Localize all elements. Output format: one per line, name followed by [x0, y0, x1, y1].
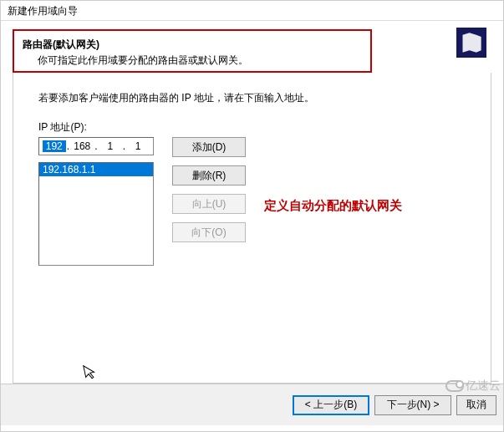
move-up-button[interactable]: 向上(U) — [172, 194, 246, 214]
button-stack: 添加(D) 删除(R) 向上(U) 向下(O) — [172, 137, 246, 242]
wizard-footer: < 上一步(B) 下一步(N) > 取消 — [1, 384, 503, 425]
header-box: 路由器(默认网关) 你可指定此作用域要分配的路由器或默认网关。 — [13, 29, 372, 73]
content-area: 路由器(默认网关) 你可指定此作用域要分配的路由器或默认网关。 若要添加客户端使… — [1, 29, 503, 384]
watermark-text: 亿速云 — [466, 379, 501, 394]
next-button[interactable]: 下一步(N) > — [374, 395, 451, 415]
header-subtitle: 你可指定此作用域要分配的路由器或默认网关。 — [23, 53, 362, 68]
annotation-text: 定义自动分配的默认网关 — [264, 198, 402, 214]
ip-label: IP 地址(P): — [38, 120, 471, 135]
title-bar: 新建作用域向导 — [1, 1, 503, 21]
ip-octet-4[interactable]: 1 — [126, 140, 150, 152]
ip-octet-2[interactable]: 168 — [70, 140, 94, 152]
list-item[interactable]: 192.168.1.1 — [39, 163, 153, 176]
cursor-icon — [83, 363, 100, 386]
back-button[interactable]: < 上一步(B) — [293, 395, 369, 415]
cancel-button[interactable]: 取消 — [456, 395, 496, 415]
move-down-button[interactable]: 向下(O) — [172, 222, 246, 242]
instruction-text: 若要添加客户端使用的路由器的 IP 地址，请在下面输入地址。 — [38, 91, 471, 105]
header-title: 路由器(默认网关) — [23, 38, 362, 52]
ip-octet-3[interactable]: 1 — [99, 140, 122, 152]
window-title: 新建作用域向导 — [8, 5, 78, 17]
cloud-icon — [445, 380, 464, 392]
add-button[interactable]: 添加(D) — [172, 137, 246, 157]
pages-icon — [460, 31, 483, 54]
ip-listbox[interactable]: 192.168.1.1 — [38, 162, 154, 266]
watermark: 亿速云 — [445, 379, 501, 394]
wizard-window: 新建作用域向导 路由器(默认网关) 你可指定此作用域要分配的路由器或默认网关。 … — [0, 0, 504, 432]
ip-octet-1[interactable]: 192 — [43, 140, 66, 152]
ip-address-input[interactable]: 192 . 168 . 1 . 1 — [38, 137, 154, 155]
router-wizard-icon — [456, 28, 486, 58]
remove-button[interactable]: 删除(R) — [172, 165, 246, 186]
wizard-body: 若要添加客户端使用的路由器的 IP 地址，请在下面输入地址。 IP 地址(P):… — [13, 73, 491, 384]
